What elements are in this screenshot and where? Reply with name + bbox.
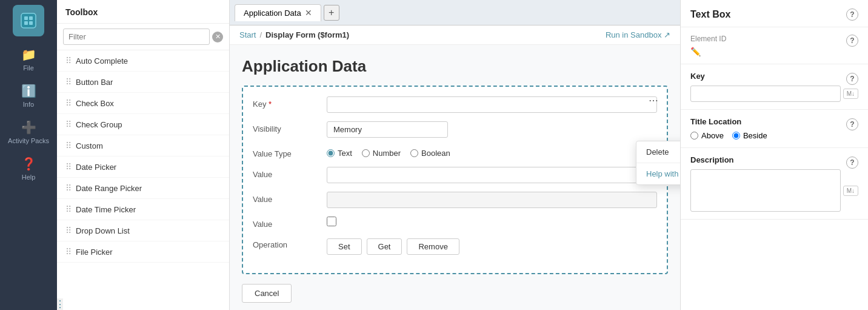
toolbox-item-drop-down-list[interactable]: ⠿ Drop Down List <box>57 220 229 241</box>
sidebar-item-activity-packs[interactable]: ➕ Activity Packs <box>0 114 57 150</box>
right-section-description: Description ? M↓ <box>681 148 868 220</box>
form-value-visibility: Memory <box>327 121 657 138</box>
form-element-box: ⋯ Key Visibility Memory Value Type <box>242 86 668 274</box>
radio-boolean-input[interactable] <box>410 149 418 157</box>
sidebar-item-file[interactable]: 📁 File <box>0 41 57 78</box>
form-value-operation: Set Get Remove <box>327 237 657 255</box>
tab-add-button[interactable]: + <box>324 5 339 21</box>
svg-rect-2 <box>29 16 33 20</box>
radio-text-input[interactable] <box>327 149 335 157</box>
run-in-sandbox-link[interactable]: Run in Sandbox ↗ <box>606 30 670 39</box>
radio-boolean-label: Boolean <box>421 149 450 158</box>
toolbox-filter-input[interactable] <box>63 29 210 45</box>
get-button[interactable]: Get <box>367 238 402 255</box>
toolbox-item-label: Check Group <box>76 120 122 129</box>
toolbox-item-auto-complete[interactable]: ⠿ Auto Complete <box>57 50 229 72</box>
svg-rect-1 <box>24 16 28 20</box>
title-location-row: Title Location ? <box>690 117 858 131</box>
title-location-label: Title Location <box>690 117 741 126</box>
activity-packs-icon: ➕ <box>21 120 36 135</box>
form-label-value-2: Value <box>253 192 319 204</box>
radio-number[interactable]: Number <box>362 149 401 158</box>
toolbox-item-date-picker[interactable]: ⠿ Date Picker <box>57 157 229 178</box>
toolbox-resize-handle[interactable] <box>57 298 63 310</box>
right-section-element-id: Element ID ? ✏️ <box>681 27 868 64</box>
form-title: Application Data <box>242 57 668 76</box>
key-help-icon[interactable]: ? <box>846 73 858 85</box>
drag-handle-icon: ⠿ <box>65 56 71 66</box>
info-icon: ℹ️ <box>21 84 36 98</box>
radio-boolean[interactable]: Boolean <box>410 149 450 158</box>
description-md-badge[interactable]: M↓ <box>843 186 858 196</box>
visibility-badge: Memory <box>327 121 448 138</box>
edit-pencil-icon[interactable]: ✏️ <box>690 47 701 56</box>
key-md-badge[interactable]: M↓ <box>843 89 858 99</box>
svg-rect-4 <box>29 21 33 25</box>
remove-button[interactable]: Remove <box>407 238 459 255</box>
sidebar-item-activity-packs-label: Activity Packs <box>8 137 49 144</box>
sidebar-item-info-label: Info <box>23 101 34 108</box>
radio-text[interactable]: Text <box>327 149 352 158</box>
cancel-button[interactable]: Cancel <box>242 284 292 303</box>
set-button[interactable]: Set <box>327 238 362 255</box>
title-location-above[interactable]: Above <box>690 131 724 140</box>
sidebar-item-help[interactable]: ❓ Help <box>0 150 57 187</box>
drag-handle-icon: ⠿ <box>65 141 71 150</box>
form-row-value-type: Value Type Text Number Boole <box>253 146 657 158</box>
element-id-help-icon[interactable]: ? <box>846 35 858 47</box>
breadcrumb-start[interactable]: Start <box>239 30 256 39</box>
key-input[interactable] <box>327 96 657 113</box>
drag-handle-icon: ⠿ <box>65 162 71 172</box>
form-label-value-3: Value <box>253 217 319 229</box>
form-row-key: Key <box>253 96 657 113</box>
toolbox-item-file-picker[interactable]: ⠿ File Picker <box>57 241 229 263</box>
toolbox-item-date-time-picker[interactable]: ⠿ Date Time Picker <box>57 199 229 220</box>
toolbox-item-label: Auto Complete <box>76 56 128 66</box>
form-value-text <box>327 167 657 183</box>
sidebar-item-info[interactable]: ℹ️ Info <box>0 78 57 114</box>
form-value-key <box>327 96 657 113</box>
toolbox-title: Toolbox <box>57 0 229 24</box>
breadcrumb-current: Display Form ($form1) <box>265 30 349 39</box>
key-field-input[interactable] <box>690 86 841 102</box>
value-readonly-input <box>327 192 657 208</box>
toolbox-item-date-range-picker[interactable]: ⠿ Date Range Picker <box>57 178 229 199</box>
value-checkbox-input[interactable] <box>327 217 336 226</box>
main-area: Application Data ✕ + Start / Display For… <box>230 0 680 310</box>
toolbox-panel: Toolbox ✕ ⠿ Auto Complete ⠿ Button Bar ⠿… <box>57 0 230 310</box>
toolbox-item-check-group[interactable]: ⠿ Check Group <box>57 114 229 135</box>
toolbox-item-label: Date Time Picker <box>76 205 136 214</box>
toolbox-filter-row: ✕ <box>57 24 229 50</box>
value-text-input[interactable] <box>327 167 657 183</box>
tab-application-data[interactable]: Application Data ✕ <box>235 4 321 21</box>
right-panel-help-icon[interactable]: ? <box>846 8 858 21</box>
title-location-above-input[interactable] <box>690 132 698 140</box>
sidebar: 📁 File ℹ️ Info ➕ Activity Packs ❓ Help <box>0 0 57 310</box>
title-location-help-icon[interactable]: ? <box>846 118 858 130</box>
title-location-beside-input[interactable] <box>732 132 740 140</box>
file-icon: 📁 <box>21 47 36 62</box>
filter-clear-button[interactable]: ✕ <box>212 32 223 42</box>
radio-number-input[interactable] <box>362 149 370 157</box>
toolbox-item-button-bar[interactable]: ⠿ Button Bar <box>57 72 229 93</box>
key-title: Key <box>690 72 705 81</box>
description-help-icon[interactable]: ? <box>846 157 858 169</box>
form-label-operation: Operation <box>253 237 319 249</box>
form-label-value-type: Value Type <box>253 146 319 158</box>
drag-handle-icon: ⠿ <box>65 98 71 108</box>
context-menu-delete[interactable]: Delete <box>636 141 680 163</box>
drag-handle-icon: ⠿ <box>65 77 71 87</box>
toolbox-item-check-box[interactable]: ⠿ Check Box <box>57 93 229 114</box>
app-logo <box>13 5 44 36</box>
toolbox-item-custom[interactable]: ⠿ Custom <box>57 135 229 157</box>
radio-text-label: Text <box>338 149 352 158</box>
toolbox-item-label: Date Range Picker <box>76 184 142 193</box>
right-panel-header: Text Box ? <box>681 0 868 27</box>
description-textarea[interactable] <box>690 169 841 212</box>
toolbox-item-label: Check Box <box>76 99 114 108</box>
context-menu-help[interactable]: Help with this form element <box>636 163 680 184</box>
drag-handle-icon: ⠿ <box>65 120 71 129</box>
title-location-beside[interactable]: Beside <box>732 131 767 140</box>
tab-close-button[interactable]: ✕ <box>305 8 312 17</box>
more-options-button[interactable]: ⋯ <box>645 92 662 109</box>
